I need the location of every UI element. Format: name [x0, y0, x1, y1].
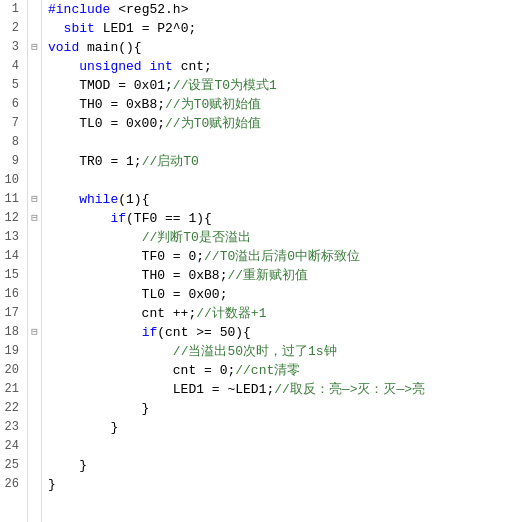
code-line: if(cnt >= 50){: [48, 323, 511, 342]
token-cmt: //判断T0是否溢出: [142, 228, 251, 247]
code-line: }: [48, 475, 511, 494]
token-plain: TR0 = 1;: [48, 152, 142, 171]
token-plain: TMOD = 0x01;: [48, 76, 173, 95]
line-number: 1: [0, 0, 23, 19]
fold-marker: [28, 418, 41, 437]
code-line: }: [48, 456, 511, 475]
token-kw: if: [110, 209, 126, 228]
fold-marker: [28, 57, 41, 76]
code-line: TMOD = 0x01;//设置T0为模式1: [48, 76, 511, 95]
code-line: TH0 = 0xB8;//为T0赋初始值: [48, 95, 511, 114]
token-kw: void: [48, 38, 79, 57]
line-number: 9: [0, 152, 23, 171]
code-editor: 1234567891011121314151617181920212223242…: [0, 0, 511, 522]
line-number: 10: [0, 171, 23, 190]
line-number: 26: [0, 475, 23, 494]
token-plain: }: [48, 475, 56, 494]
code-line: TR0 = 1;//启动T0: [48, 152, 511, 171]
code-area[interactable]: #include <reg52.h> sbit LED1 = P2^0;void…: [42, 0, 511, 522]
line-number: 23: [0, 418, 23, 437]
token-plain: [48, 209, 110, 228]
token-plain: }: [48, 399, 149, 418]
token-plain: <reg52.h>: [110, 0, 188, 19]
line-number: 17: [0, 304, 23, 323]
fold-marker: [28, 399, 41, 418]
line-number: 7: [0, 114, 23, 133]
line-number: 3: [0, 38, 23, 57]
fold-marker[interactable]: ⊟: [28, 190, 41, 209]
code-line: cnt ++;//计数器+1: [48, 304, 511, 323]
token-kw: while: [79, 190, 118, 209]
code-line: //当溢出50次时，过了1s钟: [48, 342, 511, 361]
fold-marker: [28, 456, 41, 475]
line-number: 5: [0, 76, 23, 95]
code-line: TL0 = 0x00;//为T0赋初始值: [48, 114, 511, 133]
token-plain: [48, 342, 173, 361]
code-line: //判断T0是否溢出: [48, 228, 511, 247]
token-plain: LED1 = ~LED1;: [48, 380, 274, 399]
token-plain: TL0 = 0x00;: [48, 114, 165, 133]
token-cmt: //计数器+1: [196, 304, 266, 323]
code-line: unsigned int cnt;: [48, 57, 511, 76]
line-number: 8: [0, 133, 23, 152]
line-number: 4: [0, 57, 23, 76]
line-number: 21: [0, 380, 23, 399]
code-line: if(TF0 == 1){: [48, 209, 511, 228]
fold-marker[interactable]: ⊟: [28, 323, 41, 342]
token-plain: }: [48, 456, 87, 475]
code-line: [48, 133, 511, 152]
line-number-gutter: 1234567891011121314151617181920212223242…: [0, 0, 28, 522]
token-cmt: //设置T0为模式1: [173, 76, 277, 95]
token-cmt: //为T0赋初始值: [165, 114, 261, 133]
line-number: 20: [0, 361, 23, 380]
token-kw: unsigned: [79, 57, 141, 76]
code-line: #include <reg52.h>: [48, 0, 511, 19]
line-number: 16: [0, 285, 23, 304]
fold-marker: [28, 304, 41, 323]
fold-marker[interactable]: ⊟: [28, 209, 41, 228]
fold-marker: [28, 171, 41, 190]
line-number: 18: [0, 323, 23, 342]
fold-gutter[interactable]: ⊟⊟⊟⊟: [28, 0, 42, 522]
token-plain: (1){: [118, 190, 149, 209]
token-plain: cnt = 0;: [48, 361, 235, 380]
token-cmt: //重新赋初值: [227, 266, 308, 285]
line-number: 13: [0, 228, 23, 247]
code-line: [48, 437, 511, 456]
code-line: }: [48, 418, 511, 437]
token-cmt: //为T0赋初始值: [165, 95, 261, 114]
fold-marker: [28, 342, 41, 361]
fold-marker: [28, 19, 41, 38]
code-line: LED1 = ~LED1;//取反：亮—>灭：灭—>亮: [48, 380, 511, 399]
line-number: 14: [0, 247, 23, 266]
token-plain: [48, 190, 79, 209]
code-line: [48, 171, 511, 190]
token-plain: [48, 228, 142, 247]
fold-marker: [28, 380, 41, 399]
token-plain: TL0 = 0x00;: [48, 285, 227, 304]
fold-marker[interactable]: ⊟: [28, 38, 41, 57]
token-plain: TF0 = 0;: [48, 247, 204, 266]
code-line: TL0 = 0x00;: [48, 285, 511, 304]
fold-marker: [28, 133, 41, 152]
code-line: cnt = 0;//cnt清零: [48, 361, 511, 380]
line-number: 2: [0, 19, 23, 38]
fold-marker: [28, 285, 41, 304]
token-kw: int: [149, 57, 172, 76]
fold-marker: [28, 361, 41, 380]
fold-marker: [28, 152, 41, 171]
line-number: 12: [0, 209, 23, 228]
code-line: while(1){: [48, 190, 511, 209]
token-cmt: //取反：亮—>灭：灭—>亮: [274, 380, 425, 399]
fold-marker: [28, 266, 41, 285]
line-number: 15: [0, 266, 23, 285]
token-cmt: //cnt清零: [235, 361, 300, 380]
token-cmt: //T0溢出后清0中断标致位: [204, 247, 360, 266]
line-number: 22: [0, 399, 23, 418]
code-line: void main(){: [48, 38, 511, 57]
token-kw: if: [142, 323, 158, 342]
fold-marker: [28, 76, 41, 95]
token-plain: (TF0 == 1){: [126, 209, 212, 228]
token-kw: #include: [48, 0, 110, 19]
token-cmt: //当溢出50次时，过了1s钟: [173, 342, 337, 361]
